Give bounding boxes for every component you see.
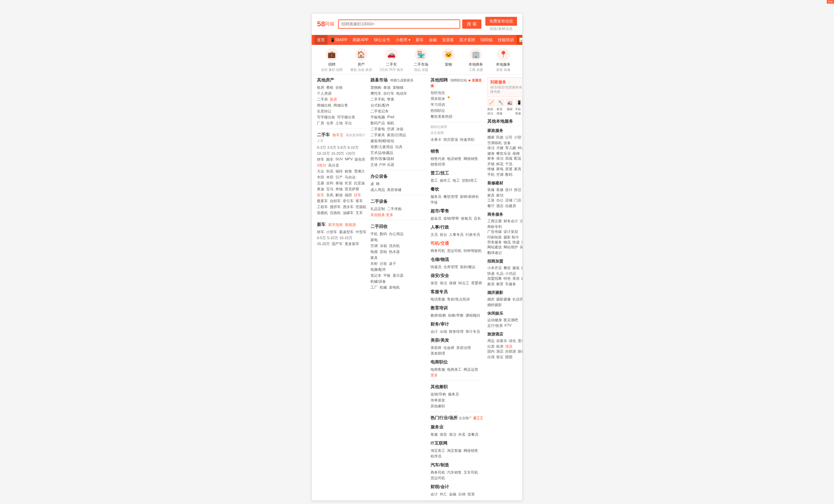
link-office-rent[interactable]: 写字楼出租	[317, 115, 335, 120]
recycle-washer[interactable]: 洗衣机	[389, 244, 400, 248]
car-bus[interactable]: 客车	[356, 199, 363, 204]
job-receptionist[interactable]: 前台	[440, 232, 447, 237]
job-part-time[interactable]: 钟点工	[458, 281, 469, 285]
job-finance[interactable]: 金融	[449, 492, 456, 497]
recycle-furniture[interactable]: 家具	[370, 255, 378, 260]
brand-vw[interactable]: 大众	[317, 169, 324, 174]
svc-housework[interactable]: 家务	[487, 156, 495, 161]
svc-delivery[interactable]: 配送	[514, 156, 521, 161]
biz-labor[interactable]: 劳务服务	[487, 240, 502, 245]
job-cashier[interactable]: 超金员	[431, 216, 441, 221]
pet-cat[interactable]: 宠物猫	[393, 85, 403, 90]
lei-foot[interactable]: 足疗/投资	[487, 323, 503, 328]
ebike[interactable]: 电动车	[396, 91, 407, 96]
link-share[interactable]: 合租	[335, 85, 343, 90]
job-fast-apply[interactable]: 快速求职	[460, 137, 475, 142]
lei-ktv[interactable]: KTV	[504, 323, 511, 328]
job-nanny[interactable]: 育婴师	[471, 281, 482, 285]
brand-chevrolet[interactable]: 雪佛兰	[354, 169, 365, 174]
job-more[interactable]: 更多	[431, 373, 438, 378]
brand-audi[interactable]: 奥迪	[317, 187, 324, 192]
car-dump[interactable]: 自卸车	[330, 199, 341, 204]
newcar-sedan[interactable]: 轿车	[317, 230, 324, 234]
newcar-small[interactable]: 小型车	[326, 230, 337, 234]
recycle-machinery[interactable]: 机械	[380, 285, 387, 290]
brand-benz[interactable]: 奔驰	[335, 187, 343, 192]
job-car-sales[interactable]: 汽车销售	[447, 470, 462, 475]
job-food[interactable]: 餐饮美食热招	[431, 114, 452, 119]
recycle-laptop[interactable]: 笔记本	[370, 273, 381, 278]
price-10-15[interactable]: 10-15万	[317, 151, 330, 156]
job-freight2[interactable]: 货运司机	[431, 476, 445, 481]
biz-accounting[interactable]: 财务会计	[504, 219, 518, 224]
job-weekend[interactable]: 周末双休	[431, 96, 445, 101]
nav-item-talent[interactable]: 英才直聘	[457, 35, 478, 45]
job-phone-cs[interactable]: 电话客服	[431, 297, 445, 302]
biz-ad[interactable]: 广告传媒	[487, 229, 502, 234]
job-admin[interactable]: 行政专员	[465, 232, 480, 237]
brand-lexus[interactable]: 雷克萨斯	[345, 187, 359, 192]
job-promoter[interactable]: 促销/导购	[431, 392, 446, 397]
nav-item-app58[interactable]: 📱58APP	[328, 35, 350, 45]
ac[interactable]: 空调	[387, 127, 394, 132]
job-invest[interactable]: 投资	[467, 492, 475, 497]
job-makeup[interactable]: 化妆师	[443, 345, 454, 350]
newcar-domestic[interactable]: 国产车	[332, 242, 343, 246]
fridge[interactable]: 冰箱	[396, 127, 403, 132]
svc-furniture[interactable]: 家具	[514, 166, 521, 171]
fr-catering[interactable]: 餐饮	[504, 266, 511, 271]
digital-products[interactable]: 数码产品	[370, 121, 385, 126]
job-bodyguard[interactable]: 保镖	[449, 281, 456, 285]
fr-clothes[interactable]: 服装	[512, 266, 520, 271]
car-loader[interactable]: 装载机	[317, 210, 328, 215]
reno-home[interactable]: 家功	[496, 193, 504, 198]
job-presale-cs[interactable]: 售前/焦点投诉	[447, 297, 470, 302]
fr-car[interactable]: 车服务	[505, 282, 516, 287]
biz-law[interactable]: 法律	[520, 219, 523, 224]
job-special-driver[interactable]: 特种驾驶机	[464, 248, 482, 253]
brand-wuling[interactable]: 五菱	[317, 181, 324, 186]
price-20plus[interactable]: >20万	[345, 151, 355, 156]
link-rent[interactable]: 租房	[317, 85, 324, 90]
reno-office[interactable]: 办公	[496, 198, 504, 203]
job-ecom-cs[interactable]: 电商客服	[431, 367, 445, 372]
car-passenger[interactable]: 载客车	[317, 199, 328, 204]
job-food-delivery[interactable]: 送餐员	[467, 432, 478, 437]
ipad[interactable]: iPad	[387, 115, 394, 120]
svc-flower[interactable]: 鲜花	[496, 162, 504, 166]
job-worker[interactable]: 普工	[431, 178, 438, 183]
reno-decorate2[interactable]: 装修	[496, 187, 504, 192]
reno-shop[interactable]: 店铺	[505, 198, 512, 203]
link-personal-house[interactable]: 个人房源	[317, 91, 331, 96]
brand-buick[interactable]: 别克	[326, 169, 333, 174]
camera[interactable]: 相机	[387, 121, 394, 126]
car-sports[interactable]: 跑车	[326, 157, 333, 162]
car-sprinkler[interactable]: 洒水车	[343, 205, 354, 209]
job-acct2[interactable]: 会计	[431, 492, 438, 497]
newcar-ev[interactable]: 新能源	[345, 223, 356, 227]
art-collectibles[interactable]: 艺术品/收藏品	[370, 151, 393, 155]
nav-item-home[interactable]: 首页	[314, 35, 328, 45]
link-land[interactable]: 土地	[335, 121, 343, 126]
toys[interactable]: 玩具	[395, 144, 402, 150]
tra-green[interactable]: 绿化	[509, 338, 516, 343]
recycle-heater[interactable]: 热水器	[389, 249, 400, 254]
fr-home[interactable]: 家居	[487, 282, 495, 287]
truck-futian[interactable]: 福田	[345, 192, 352, 198]
tra-group[interactable]: 团团	[505, 354, 512, 360]
car-excavator[interactable]: 挖掘机	[356, 205, 367, 209]
lei-bar[interactable]: 夜店酒吧	[504, 318, 518, 323]
job-biz-driver[interactable]: 商务司机	[431, 248, 445, 253]
tra-hotel[interactable]: 酒店	[496, 349, 504, 354]
job-sales-rep[interactable]: 销售代表	[431, 156, 445, 161]
recycle-digital[interactable]: 数码	[380, 232, 387, 236]
job-clerk[interactable]: 文员	[431, 232, 438, 237]
wed-ceremony[interactable]: 礼仪庆典	[512, 297, 523, 302]
biz-translate[interactable]: 翻译速记	[487, 250, 502, 255]
icon-local-business[interactable]: 🏢 本地商务 工商加盟	[466, 48, 486, 72]
recycle-monitor[interactable]: 显示器	[393, 273, 403, 278]
fr-gift[interactable]: 礼品	[496, 271, 504, 276]
newcar-compact[interactable]: 紧凑型车	[339, 230, 354, 234]
car-forklift[interactable]: 叉车	[356, 210, 363, 215]
svc-premium[interactable]: 高端	[505, 156, 512, 161]
